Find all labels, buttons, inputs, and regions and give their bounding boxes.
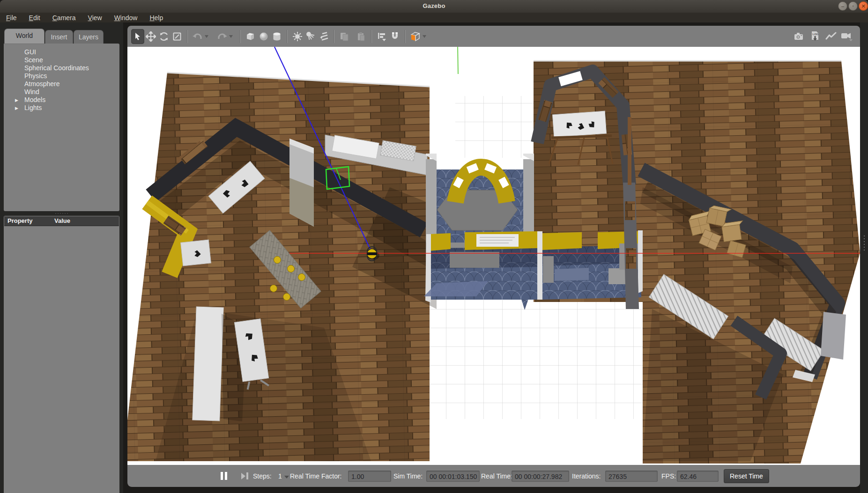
rtf-label: Real Time Factor: bbox=[290, 472, 341, 480]
undo-button[interactable] bbox=[191, 29, 204, 44]
property-table-header: Property Value bbox=[4, 216, 119, 226]
tree-item-wind[interactable]: Wind bbox=[24, 88, 39, 96]
spot-light-button[interactable] bbox=[304, 29, 317, 44]
expand-arrow-icon[interactable]: ▶ bbox=[15, 96, 18, 104]
cafe-table-small bbox=[181, 240, 211, 266]
align-icon bbox=[376, 31, 387, 42]
redo-icon bbox=[216, 31, 228, 42]
view-angle-cube-icon bbox=[409, 30, 422, 43]
chevron-down-icon bbox=[284, 476, 289, 478]
chevron-down-icon bbox=[229, 35, 233, 38]
sim-time-label: Sim Time: bbox=[393, 472, 423, 480]
chevron-down-icon bbox=[205, 35, 208, 38]
menu-help[interactable]: Help bbox=[149, 14, 163, 22]
translate-tool-button[interactable] bbox=[144, 29, 157, 44]
video-camera-icon bbox=[840, 30, 853, 42]
left-panel: World Insert Layers GUI Scene Spherical … bbox=[0, 22, 123, 493]
plot-line-icon bbox=[825, 31, 837, 41]
reset-time-button[interactable]: Reset Time bbox=[724, 469, 769, 483]
real-time-value-field: 00 00:00:27.982 bbox=[512, 471, 569, 482]
menu-edit[interactable]: Edit bbox=[29, 14, 40, 22]
plot-button[interactable] bbox=[824, 29, 838, 44]
toolbar-separator bbox=[287, 30, 288, 43]
render-toolbar: LOG bbox=[127, 26, 860, 47]
align-button[interactable] bbox=[375, 29, 388, 44]
menu-camera[interactable]: Camera bbox=[52, 14, 76, 22]
box-icon bbox=[245, 31, 256, 42]
redo-button[interactable] bbox=[215, 29, 229, 44]
simulation-status-bar: Steps: 1 Real Time Factor: 1.00 Sim Time… bbox=[127, 465, 860, 487]
select-tool-button[interactable] bbox=[131, 29, 144, 44]
minimize-button[interactable]: – bbox=[838, 1, 847, 11]
iterations-value-field: 27635 bbox=[605, 471, 658, 482]
rtf-value-field[interactable]: 1.00 bbox=[348, 471, 391, 482]
world-tree: GUI Scene Spherical Coordinates Physics … bbox=[4, 44, 119, 211]
steps-value[interactable]: 1 bbox=[278, 472, 282, 480]
redo-history-caret[interactable] bbox=[229, 29, 233, 44]
cylinder-icon bbox=[271, 31, 282, 42]
view-angle-button[interactable] bbox=[409, 29, 422, 44]
view-angle-caret[interactable] bbox=[422, 29, 427, 44]
steps-label: Steps: bbox=[253, 472, 272, 480]
toolbar-right-group: LOG bbox=[793, 29, 853, 44]
insert-box-button[interactable] bbox=[244, 29, 257, 44]
tree-item-lights[interactable]: Lights bbox=[24, 104, 42, 112]
snap-button[interactable] bbox=[388, 29, 401, 44]
tree-item-spherical-coordinates[interactable]: Spherical Coordinates bbox=[24, 64, 89, 72]
maximize-button[interactable]: ▫ bbox=[848, 1, 858, 11]
wall-gray-mid bbox=[289, 139, 314, 227]
toolbar-separator bbox=[405, 30, 406, 43]
y-axis-line bbox=[458, 47, 458, 74]
toolbar-separator bbox=[187, 30, 188, 43]
cursor-arrow-icon bbox=[133, 32, 142, 41]
menu-window[interactable]: Window bbox=[114, 14, 138, 22]
value-column-header: Value bbox=[54, 216, 70, 226]
scale-icon bbox=[172, 31, 182, 42]
tree-item-physics[interactable]: Physics bbox=[24, 72, 47, 80]
chevron-down-icon bbox=[423, 35, 426, 38]
tree-item-gui[interactable]: GUI bbox=[24, 48, 36, 56]
directional-light-button[interactable] bbox=[317, 29, 330, 44]
pause-button[interactable] bbox=[221, 465, 227, 487]
log-record-button[interactable]: LOG bbox=[809, 29, 822, 44]
spot-light-icon bbox=[305, 31, 316, 42]
svg-text:LOG: LOG bbox=[813, 33, 819, 36]
menu-view[interactable]: View bbox=[88, 14, 102, 22]
point-light-button[interactable] bbox=[291, 29, 304, 44]
splitter-dots-icon bbox=[864, 235, 865, 250]
tree-item-models[interactable]: Models bbox=[24, 96, 45, 104]
magnet-icon bbox=[389, 31, 401, 42]
step-button[interactable] bbox=[241, 465, 248, 487]
tab-world[interactable]: World bbox=[5, 29, 44, 44]
render-viewport[interactable] bbox=[127, 47, 860, 465]
tab-layers[interactable]: Layers bbox=[74, 30, 103, 44]
paste-button[interactable] bbox=[355, 29, 368, 44]
tab-insert[interactable]: Insert bbox=[45, 30, 73, 44]
undo-history-caret[interactable] bbox=[204, 29, 209, 44]
right-panel-splitter[interactable] bbox=[860, 22, 868, 493]
insert-cylinder-button[interactable] bbox=[270, 29, 283, 44]
copy-button[interactable] bbox=[338, 29, 351, 44]
insert-sphere-button[interactable] bbox=[257, 29, 270, 44]
menu-file[interactable]: File bbox=[6, 14, 17, 22]
paste-icon bbox=[356, 31, 367, 42]
scale-tool-button[interactable] bbox=[171, 29, 184, 44]
steps-spinner[interactable]: 1 bbox=[278, 465, 289, 487]
tree-item-atmosphere[interactable]: Atmosphere bbox=[24, 80, 59, 88]
tree-item-scene[interactable]: Scene bbox=[24, 56, 43, 64]
fps-label: FPS: bbox=[661, 472, 676, 480]
expand-arrow-icon[interactable]: ▶ bbox=[15, 104, 18, 112]
close-button[interactable]: ✕ bbox=[859, 1, 868, 11]
fps-value-field: 62.46 bbox=[677, 471, 719, 482]
scene-canvas bbox=[127, 47, 860, 465]
screenshot-button[interactable] bbox=[793, 29, 806, 44]
real-time-label: Real Time: bbox=[481, 472, 512, 480]
directional-light-icon bbox=[318, 31, 329, 42]
panel-splitter-handle[interactable] bbox=[4, 212, 119, 215]
move-icon bbox=[146, 31, 156, 42]
video-record-button[interactable] bbox=[840, 29, 853, 44]
camera-icon bbox=[793, 30, 805, 42]
undo-icon bbox=[192, 31, 203, 42]
rotate-tool-button[interactable] bbox=[157, 29, 171, 44]
sphere-icon bbox=[258, 31, 269, 42]
